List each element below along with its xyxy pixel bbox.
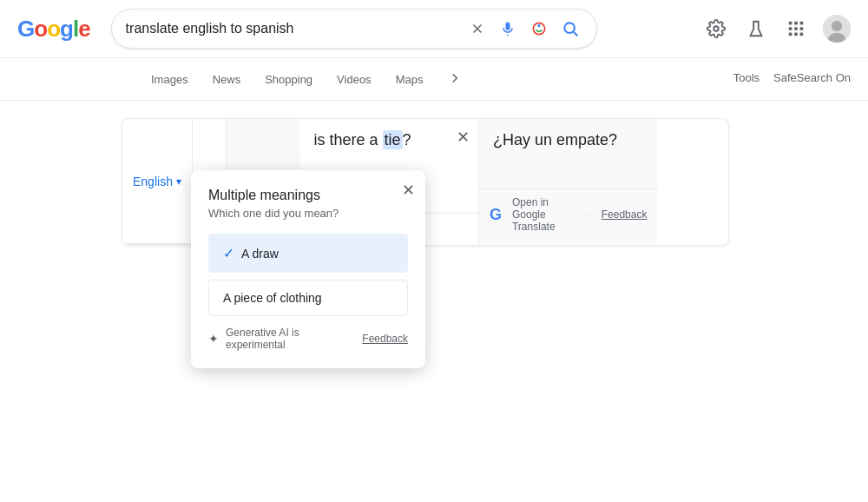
svg-rect-8 [794, 22, 798, 25]
meaning-draw-label: A draw [241, 247, 279, 261]
target-pane: ¿Hay un empate? G Open in Google Transla… [479, 119, 657, 245]
safesearch-button[interactable]: SafeSearch On [773, 71, 851, 84]
google-logo: Google [17, 16, 90, 43]
tab-maps[interactable]: Maps [384, 64, 436, 97]
search-input[interactable] [126, 21, 457, 36]
target-bottom-bar: G Open in Google Translate · Feedback [479, 188, 657, 240]
source-lang-chevron: ▾ [176, 175, 181, 188]
separator: · [588, 208, 590, 221]
grid-icon [786, 19, 806, 38]
voice-search-button[interactable] [496, 17, 520, 41]
popup-close-button[interactable]: ✕ [402, 181, 415, 200]
popup-footer: ✦ Generative AI is experimental Feedback [208, 327, 408, 351]
open-in-translate-label: Open in Google Translate [512, 196, 577, 233]
clear-search-button[interactable] [466, 17, 489, 40]
input-text-before: is there a [314, 131, 383, 149]
gear-icon [707, 19, 726, 38]
output-area: ¿Hay un empate? [479, 119, 657, 188]
svg-point-3 [537, 24, 540, 27]
header-right [703, 15, 851, 43]
svg-point-17 [832, 21, 842, 31]
popup-subtitle: Which one did you mean? [208, 207, 408, 220]
nav-right: Tools SafeSearch On [733, 71, 851, 91]
avatar[interactable] [823, 15, 851, 43]
popup-title: Multiple meanings [208, 188, 408, 203]
settings-button[interactable] [703, 16, 729, 42]
chevron-right-icon [447, 70, 463, 86]
svg-rect-9 [800, 22, 804, 25]
ai-label: Generative AI is experimental [226, 327, 355, 351]
google-initial: G [490, 206, 502, 224]
output-text: ¿Hay un empate? [493, 131, 617, 149]
checkmark-icon: ✓ [223, 245, 234, 261]
close-icon [470, 21, 485, 36]
svg-rect-10 [789, 27, 792, 30]
svg-rect-13 [789, 33, 792, 36]
meaning-option-clothing[interactable]: A piece of clothing [208, 280, 408, 316]
svg-rect-11 [794, 27, 798, 30]
multiple-meanings-popup: Multiple meanings Which one did you mean… [191, 170, 425, 368]
user-avatar-icon [823, 15, 851, 43]
clear-input-button[interactable]: ✕ [457, 128, 470, 147]
google-search-button[interactable] [558, 17, 582, 41]
source-lang-selector[interactable]: English ▾ [122, 119, 193, 244]
main-content: English ▾ Spanish ▾ is ther [0, 101, 868, 263]
highlighted-word: tie [383, 130, 403, 149]
svg-point-6 [713, 26, 719, 31]
lens-icon [530, 20, 548, 37]
tab-images[interactable]: Images [139, 64, 201, 97]
svg-line-5 [573, 32, 577, 36]
meaning-clothing-label: A piece of clothing [223, 291, 322, 305]
popup-feedback-link[interactable]: Feedback [362, 333, 408, 345]
tab-shopping[interactable]: Shopping [253, 64, 325, 97]
meaning-option-draw[interactable]: ✓ A draw [208, 234, 408, 273]
svg-rect-15 [800, 33, 804, 36]
source-lang-name: English [133, 175, 173, 188]
search-icon [562, 20, 579, 37]
ai-sparkle-icon: ✦ [208, 332, 219, 346]
search-icons [466, 17, 582, 41]
tab-news[interactable]: News [201, 64, 253, 97]
svg-rect-12 [800, 27, 804, 30]
header: Google [0, 0, 868, 58]
svg-rect-14 [794, 33, 798, 36]
feedback-link[interactable]: Feedback [602, 208, 648, 221]
search-bar [111, 9, 597, 49]
microphone-icon [499, 20, 516, 37]
nav-tabs: Images News Shopping Videos Maps Tools S… [0, 58, 868, 101]
popup-card: Multiple meanings Which one did you mean… [191, 170, 425, 368]
apps-button[interactable] [783, 16, 809, 42]
tab-more[interactable] [435, 62, 475, 100]
google-g-logo: G [490, 206, 502, 224]
flask-icon [746, 19, 766, 38]
labs-button[interactable] [743, 16, 769, 42]
tools-button[interactable]: Tools [733, 71, 760, 84]
lens-search-button[interactable] [527, 17, 551, 41]
svg-point-4 [564, 23, 575, 33]
tab-videos[interactable]: Videos [325, 64, 384, 97]
svg-rect-7 [789, 22, 792, 25]
input-text-after: ? [403, 131, 411, 149]
